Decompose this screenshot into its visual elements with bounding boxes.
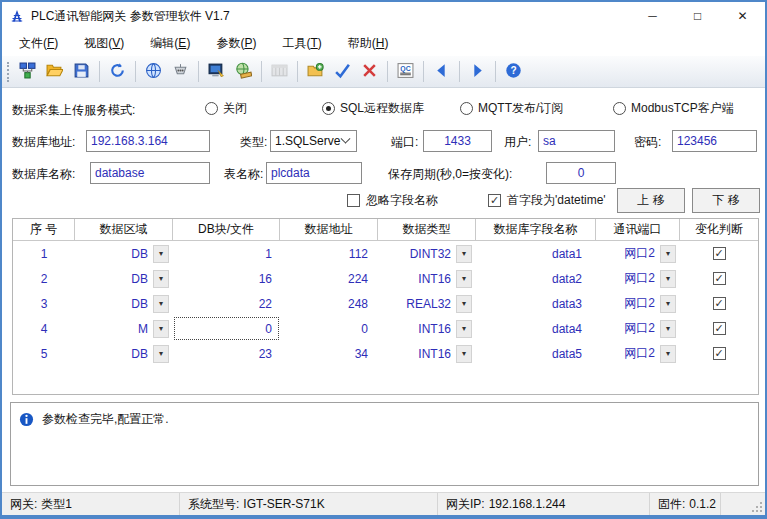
port-dropdown-button[interactable]: ▾ (660, 345, 676, 363)
cell-address[interactable]: 112 (280, 241, 378, 266)
cell-type[interactable]: INT16▾ (378, 266, 476, 291)
area-dropdown-button[interactable]: ▾ (153, 345, 169, 363)
type-dropdown-button[interactable]: ▾ (456, 320, 472, 338)
serial-port-button[interactable] (168, 59, 193, 84)
mode-radio-3[interactable]: MQTT发布/订阅 (460, 100, 563, 117)
close-button[interactable]: ✕ (720, 2, 765, 30)
area-dropdown-button[interactable]: ▾ (153, 295, 169, 313)
cell-block[interactable]: 23 (173, 341, 280, 366)
move-up-button[interactable]: 上 移 (617, 188, 685, 213)
cell-port[interactable]: 网口2▾ (596, 316, 680, 341)
column-header-5[interactable]: 数据类型 (378, 219, 476, 240)
area-dropdown-button[interactable]: ▾ (153, 245, 169, 263)
db-type-select[interactable]: 1.SQLServe (270, 130, 357, 152)
cell-area[interactable]: DB▾ (75, 291, 173, 316)
nav-back-button[interactable] (429, 59, 454, 84)
port-dropdown-button[interactable]: ▾ (660, 245, 676, 263)
help-button[interactable]: ? (501, 59, 526, 84)
area-dropdown-button[interactable]: ▾ (153, 270, 169, 288)
cell-field[interactable]: data1 (476, 241, 596, 266)
refresh-button[interactable] (105, 59, 130, 84)
row-checkbox[interactable]: ✓ (713, 322, 726, 335)
cell-block[interactable]: 16 (173, 266, 280, 291)
row-checkbox[interactable]: ✓ (713, 297, 726, 310)
ignore-field-names-checkbox[interactable]: 忽略字段名称 (347, 192, 438, 209)
column-header-6[interactable]: 数据库字段名称 (476, 219, 596, 240)
menu-item-t[interactable]: 工具(T) (269, 31, 334, 56)
cell-port[interactable]: 网口2▾ (596, 266, 680, 291)
cell-type[interactable]: INT16▾ (378, 341, 476, 366)
cell-type[interactable]: INT16▾ (378, 316, 476, 341)
cell-no[interactable]: 3 (13, 291, 75, 316)
column-header-8[interactable]: 变化判断 (680, 219, 758, 240)
column-header-2[interactable]: 数据区域 (75, 219, 173, 240)
cell-block[interactable]: 22 (173, 291, 280, 316)
toolbar-grip[interactable] (7, 62, 10, 82)
mode-radio-4[interactable]: ModbusTCP客户端 (613, 100, 734, 117)
mode-radio-2[interactable]: SQL远程数据库 (322, 100, 424, 117)
mode-radio-1[interactable]: 关闭 (205, 100, 247, 117)
row-checkbox[interactable]: ✓ (713, 272, 726, 285)
move-down-button[interactable]: 下 移 (692, 188, 760, 213)
cell-no[interactable]: 1 (13, 241, 75, 266)
resize-grip[interactable] (749, 493, 765, 515)
table-name-input[interactable] (266, 162, 362, 184)
network-tools-button[interactable] (231, 59, 256, 84)
import-config-button[interactable] (303, 59, 328, 84)
row-checkbox[interactable]: ✓ (713, 247, 726, 260)
network-globe-button[interactable] (141, 59, 166, 84)
port-dropdown-button[interactable]: ▾ (660, 270, 676, 288)
cell-address[interactable]: 224 (280, 266, 378, 291)
area-dropdown-button[interactable]: ▾ (153, 320, 169, 338)
column-header-3[interactable]: DB块/文件 (173, 219, 280, 240)
cell-address[interactable]: 0 (280, 316, 378, 341)
cell-address[interactable]: 248 (280, 291, 378, 316)
cell-area[interactable]: M▾ (75, 316, 173, 341)
cell-block[interactable]: 1 (173, 241, 280, 266)
cell-type[interactable]: REAL32▾ (378, 291, 476, 316)
menu-item-v[interactable]: 视图(V) (71, 31, 137, 56)
cell-field[interactable]: data5 (476, 341, 596, 366)
cell-area[interactable]: DB▾ (75, 341, 173, 366)
column-header-4[interactable]: 数据地址 (280, 219, 378, 240)
cell-field[interactable]: data4 (476, 316, 596, 341)
row-checkbox[interactable]: ✓ (713, 347, 726, 360)
type-dropdown-button[interactable]: ▾ (456, 245, 472, 263)
cell-no[interactable]: 4 (13, 316, 75, 341)
menu-item-p[interactable]: 参数(P) (203, 31, 269, 56)
cell-port[interactable]: 网口2▾ (596, 341, 680, 366)
minimize-button[interactable]: ─ (630, 2, 675, 30)
block-edit-box[interactable]: 0 (174, 317, 279, 340)
cell-port[interactable]: 网口2▾ (596, 291, 680, 316)
cell-area[interactable]: DB▾ (75, 266, 173, 291)
menu-item-f[interactable]: 文件(F) (6, 31, 71, 56)
user-input[interactable] (538, 130, 615, 152)
cell-no[interactable]: 5 (13, 341, 75, 366)
maximize-button[interactable]: □ (675, 2, 720, 30)
column-header-7[interactable]: 通讯端口 (596, 219, 680, 240)
cell-no[interactable]: 2 (13, 266, 75, 291)
cancel-button[interactable] (357, 59, 382, 84)
cell-field[interactable]: data3 (476, 291, 596, 316)
port-dropdown-button[interactable]: ▾ (660, 295, 676, 313)
cell-field[interactable]: data2 (476, 266, 596, 291)
type-dropdown-button[interactable]: ▾ (456, 270, 472, 288)
open-file-button[interactable] (42, 59, 67, 84)
nav-forward-button[interactable] (465, 59, 490, 84)
cell-address[interactable]: 34 (280, 341, 378, 366)
apply-check-button[interactable] (330, 59, 355, 84)
menu-item-e[interactable]: 编辑(E) (137, 31, 203, 56)
save-period-input[interactable] (546, 162, 616, 184)
monitor-config-button[interactable] (204, 59, 229, 84)
menu-item-h[interactable]: 帮助(H) (335, 31, 402, 56)
type-dropdown-button[interactable]: ▾ (456, 345, 472, 363)
qc-code-button[interactable]: QC (393, 59, 418, 84)
save-file-button[interactable] (69, 59, 94, 84)
column-header-1[interactable]: 序 号 (13, 219, 75, 240)
cell-port[interactable]: 网口2▾ (596, 241, 680, 266)
type-dropdown-button[interactable]: ▾ (456, 295, 472, 313)
cell-type[interactable]: DINT32▾ (378, 241, 476, 266)
db-name-input[interactable] (90, 162, 210, 184)
password-input[interactable] (672, 130, 757, 152)
port-dropdown-button[interactable]: ▾ (660, 320, 676, 338)
